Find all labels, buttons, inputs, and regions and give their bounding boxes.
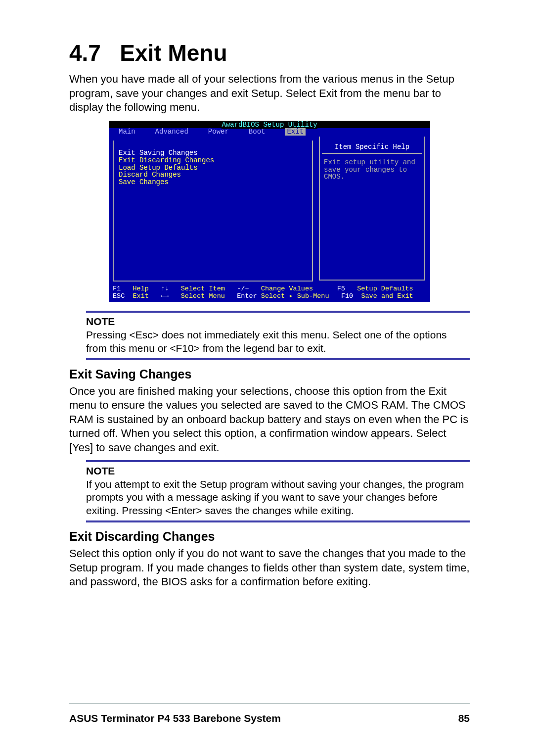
bios-help-text: Exit setup utility and save your changes… (324, 159, 420, 181)
legend-save-exit: Save and Exit (361, 292, 413, 300)
bios-tab-main[interactable]: Main (119, 128, 143, 136)
bios-screenshot: AwardBIOS Setup Utility Main Advanced Po… (109, 121, 430, 302)
bios-left-pane: Exit Saving Changes Exit Discarding Chan… (109, 137, 316, 285)
legend-plusminus: -/+ (237, 285, 249, 292)
note-text: Pressing <Esc> does not immediately exit… (86, 329, 470, 355)
bios-item-exit-saving[interactable]: Exit Saving Changes (119, 149, 307, 157)
note-text-2: If you attempt to exit the Setup program… (86, 478, 470, 518)
bios-item-exit-discarding[interactable]: Exit Discarding Changes (119, 157, 307, 164)
legend-leftright-icon: ←→ (161, 292, 169, 300)
legend-key-enter: Enter (237, 292, 257, 300)
legend-key-f1: F1 (113, 285, 121, 292)
section-heading: 4.7 Exit Menu (69, 40, 470, 66)
note-block-2: NOTE If you attempt to exit the Setup pr… (86, 460, 470, 523)
intro-paragraph: When you have made all of your selection… (69, 72, 470, 115)
section-number: 4.7 (69, 40, 101, 66)
bios-help-title: Item Specific Help (324, 141, 420, 152)
note-block-1: NOTE Pressing <Esc> does not immediately… (86, 311, 470, 360)
bios-item-save-changes[interactable]: Save Changes (119, 179, 307, 186)
subheading-exit-saving: Exit Saving Changes (69, 367, 470, 381)
legend-change-values: Change Values (261, 285, 313, 292)
note-label-2: NOTE (86, 465, 470, 477)
bios-tab-exit[interactable]: Exit (285, 128, 306, 136)
legend-select-submenu: Select ▸ Sub-Menu (261, 292, 329, 300)
note-label: NOTE (86, 316, 470, 328)
legend-updown-icon: ↑↓ (161, 285, 169, 292)
para-exit-saving: Once you are finished making your select… (69, 384, 470, 455)
bios-tab-power[interactable]: Power (208, 128, 237, 136)
bios-utility-title: AwardBIOS Setup Utility (222, 121, 317, 129)
bios-item-load-defaults[interactable]: Load Setup Defaults (119, 164, 307, 172)
bios-tab-boot[interactable]: Boot (249, 128, 273, 136)
bios-legend-bar: F1 Help ↑↓ Select Item -/+ Change Values… (109, 285, 430, 302)
bios-menubar: Main Advanced Power Boot Exit (109, 128, 430, 136)
bios-item-discard-changes[interactable]: Discard Changes (119, 171, 307, 179)
para-exit-discarding: Select this option only if you do not wa… (69, 547, 470, 589)
legend-select-menu: Select Menu (181, 292, 225, 300)
legend-setup-defaults: Setup Defaults (357, 285, 413, 292)
footer-page-number: 85 (458, 712, 470, 724)
page-footer: ASUS Terminator P4 533 Barebone System 8… (69, 703, 470, 724)
bios-title-bar: AwardBIOS Setup Utility (109, 121, 430, 129)
legend-key-f10: F10 (341, 292, 353, 300)
legend-help: Help (133, 285, 149, 292)
legend-key-f5: F5 (337, 285, 345, 292)
section-title-text: Exit Menu (120, 40, 227, 66)
footer-product: ASUS Terminator P4 533 Barebone System (69, 712, 281, 724)
subheading-exit-discarding: Exit Discarding Changes (69, 529, 470, 544)
legend-key-esc: ESC (113, 292, 125, 300)
bios-tab-advanced[interactable]: Advanced (155, 128, 196, 136)
bios-help-pane: Item Specific Help Exit setup utility an… (316, 137, 430, 285)
legend-exit: Exit (133, 292, 149, 300)
legend-select-item: Select Item (181, 285, 225, 292)
